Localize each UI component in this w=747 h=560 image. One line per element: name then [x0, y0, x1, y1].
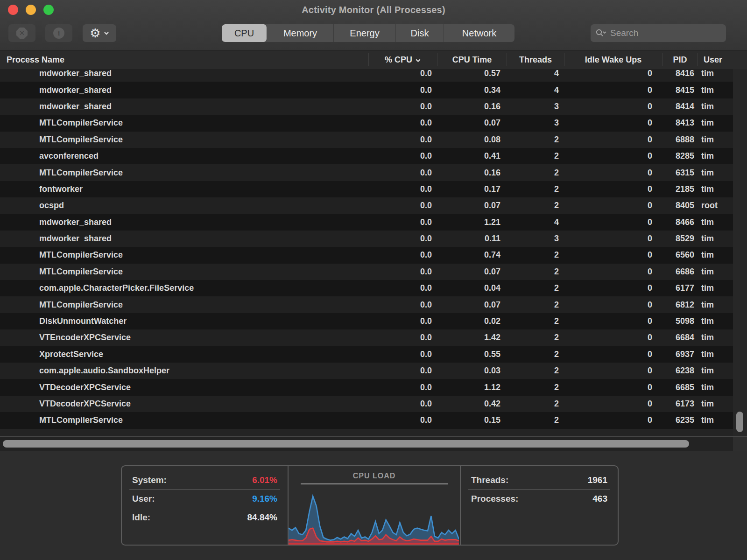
process-table: mdworker_shared 0.0 0.57 4 0 8416 tim md… — [0, 69, 747, 436]
table-row[interactable]: MTLCompilerService 0.0 0.07 3 0 8413 tim — [0, 115, 747, 131]
pid-cell: 6315 — [662, 168, 698, 178]
table-row[interactable]: MTLCompilerService 0.0 0.08 2 0 6888 tim — [0, 132, 747, 148]
threads-cell: 2 — [507, 399, 564, 409]
system-label: System: — [132, 475, 167, 485]
column-header-cpu-time[interactable]: CPU Time — [437, 53, 507, 66]
cpu-percent-cell: 0.0 — [369, 415, 437, 425]
table-row[interactable]: XprotectService 0.0 0.55 2 0 6937 tim — [0, 346, 747, 363]
horizontal-scrollbar-thumb[interactable] — [3, 440, 689, 448]
table-row[interactable]: fontworker 0.0 0.17 2 0 2185 tim — [0, 181, 747, 197]
process-name-cell: MTLCompilerService — [0, 168, 369, 178]
gear-icon: ⚙ — [90, 27, 100, 39]
threads-cell: 2 — [507, 333, 564, 343]
table-row[interactable]: mdworker_shared 0.0 1.21 4 0 8466 tim — [0, 214, 747, 231]
table-row[interactable]: mdworker_shared 0.0 0.57 4 0 8416 tim — [0, 69, 747, 82]
user-cell: tim — [698, 234, 733, 244]
inspect-process-button[interactable]: i — [45, 24, 72, 42]
quit-process-button[interactable]: ✕ — [8, 24, 35, 42]
cpu-percent-cell: 0.0 — [369, 250, 437, 260]
table-row[interactable]: ocspd 0.0 0.07 2 0 8405 root — [0, 197, 747, 214]
user-value: 9.16% — [252, 494, 277, 504]
table-row[interactable]: VTDecoderXPCService 0.0 0.42 2 0 6173 ti… — [0, 396, 747, 412]
user-cell: tim — [698, 250, 733, 260]
tab-memory[interactable]: Memory — [267, 24, 334, 42]
pid-cell: 8414 — [662, 102, 698, 112]
idle-wake-ups-cell: 0 — [564, 234, 662, 244]
column-header-process-name[interactable]: Process Name — [0, 53, 369, 66]
pid-cell: 8466 — [662, 217, 698, 227]
vertical-scrollbar-track[interactable] — [733, 69, 747, 436]
cpu-percent-cell: 0.0 — [369, 399, 437, 409]
process-name-cell: VTEncoderXPCService — [0, 333, 369, 343]
threads-cell: 2 — [507, 283, 564, 293]
threads-cell: 2 — [507, 300, 564, 310]
tab-network[interactable]: Network — [444, 24, 514, 42]
system-stat-row: System: 6.01% — [129, 471, 280, 490]
table-row[interactable]: mdworker_shared 0.0 0.34 4 0 8415 tim — [0, 82, 747, 98]
idle-wake-ups-cell: 0 — [564, 283, 662, 293]
table-row[interactable]: DiskUnmountWatcher 0.0 0.02 2 0 5098 tim — [0, 313, 747, 329]
user-cell: tim — [698, 69, 733, 78]
threads-cell: 4 — [507, 85, 564, 95]
column-header-threads[interactable]: Threads — [507, 53, 564, 66]
pid-cell: 8416 — [662, 69, 698, 78]
threads-cell: 2 — [507, 184, 564, 194]
table-row[interactable]: mdworker_shared 0.0 0.11 3 0 8529 tim — [0, 231, 747, 247]
process-name-cell: MTLCompilerService — [0, 415, 369, 425]
threads-cell: 2 — [507, 316, 564, 326]
options-button[interactable]: ⚙ — [83, 24, 116, 42]
idle-wake-ups-cell: 0 — [564, 217, 662, 227]
cpu-time-cell: 0.07 — [437, 118, 507, 128]
user-cell: tim — [698, 383, 733, 392]
process-name-cell: com.apple.audio.SandboxHelper — [0, 366, 369, 376]
table-row[interactable]: avconferenced 0.0 0.41 2 0 8285 tim — [0, 148, 747, 164]
pid-cell: 5098 — [662, 316, 698, 326]
processes-value: 463 — [592, 494, 607, 504]
table-row[interactable]: mdworker_shared 0.0 0.16 3 0 8414 tim — [0, 98, 747, 115]
process-name-cell: mdworker_shared — [0, 85, 369, 95]
cpu-time-cell: 0.15 — [437, 415, 507, 425]
threads-cell: 2 — [507, 383, 564, 392]
column-header-pid[interactable]: PID — [662, 53, 698, 66]
pid-cell: 8529 — [662, 234, 698, 244]
tab-energy[interactable]: Energy — [334, 24, 396, 42]
activity-monitor-window: Activity Monitor (All Processes) ✕ i ⚙ C… — [0, 0, 747, 560]
table-row[interactable]: VTDecoderXPCService 0.0 1.12 2 0 6685 ti… — [0, 379, 747, 395]
processes-label: Processes: — [471, 494, 518, 504]
idle-stat-row: Idle: 84.84% — [129, 508, 280, 526]
table-row[interactable]: MTLCompilerService 0.0 0.16 2 0 6315 tim — [0, 164, 747, 181]
pid-cell: 8405 — [662, 201, 698, 210]
cpu-percent-cell: 0.0 — [369, 316, 437, 326]
threads-cell: 2 — [507, 135, 564, 145]
user-stat-row: User: 9.16% — [129, 490, 280, 508]
cpu-percent-cell: 0.0 — [369, 118, 437, 128]
vertical-scrollbar-thumb[interactable] — [736, 412, 743, 432]
cpu-load-graph — [289, 490, 459, 545]
pid-cell: 2185 — [662, 184, 698, 194]
table-row[interactable]: com.apple.audio.SandboxHelper 0.0 0.03 2… — [0, 363, 747, 379]
horizontal-scrollbar-track[interactable] — [0, 436, 733, 451]
column-header-idle-wake-ups[interactable]: Idle Wake Ups — [564, 53, 662, 66]
idle-wake-ups-cell: 0 — [564, 350, 662, 359]
user-cell: tim — [698, 415, 733, 425]
search-field[interactable]: Search — [591, 24, 726, 42]
tab-cpu[interactable]: CPU — [222, 24, 267, 42]
quit-process-icon: ✕ — [16, 28, 28, 39]
user-label: User: — [132, 494, 155, 504]
column-header-cpu[interactable]: % CPU — [369, 53, 437, 66]
process-name-cell: mdworker_shared — [0, 217, 369, 227]
table-row[interactable]: MTLCompilerService 0.0 0.74 2 0 6560 tim — [0, 247, 747, 263]
table-row[interactable]: MTLCompilerService 0.0 0.15 2 0 6235 tim — [0, 412, 747, 428]
threads-label: Threads: — [471, 475, 508, 485]
cpu-percent-cell: 0.0 — [369, 184, 437, 194]
tab-disk[interactable]: Disk — [396, 24, 444, 42]
table-row[interactable]: MTLCompilerService 0.0 0.07 2 0 6812 tim — [0, 296, 747, 313]
table-row[interactable]: VTEncoderXPCService 0.0 1.42 2 0 6684 ti… — [0, 329, 747, 346]
column-header-user[interactable]: User — [698, 53, 747, 66]
cpu-percent-cell: 0.0 — [369, 283, 437, 293]
process-name-cell: MTLCompilerService — [0, 300, 369, 310]
table-row[interactable]: com.apple.CharacterPicker.FileService 0.… — [0, 280, 747, 296]
table-row[interactable]: MTLCompilerService 0.0 0.07 2 0 6686 tim — [0, 264, 747, 280]
user-cell: tim — [698, 135, 733, 145]
cpu-percent-cell: 0.0 — [369, 234, 437, 244]
